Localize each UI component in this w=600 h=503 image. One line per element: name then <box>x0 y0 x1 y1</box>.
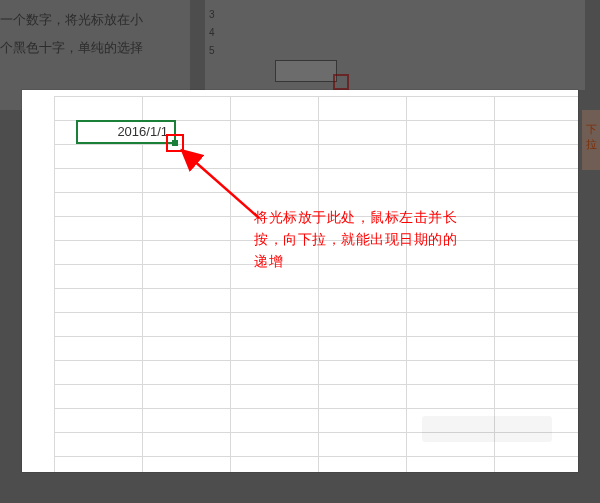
active-cell[interactable]: 2016/1/1 <box>76 120 176 144</box>
bg-article-line: 个黑色十字，单纯的选择 <box>0 34 182 62</box>
bg-right-strip: 下拉 <box>582 110 600 170</box>
bg-spreadsheet-thumbnail: 345 <box>205 0 585 90</box>
spreadsheet-area[interactable]: 2016/1/1 将光标放于此处，鼠标左击并长按，向下拉，就能出现日期的的递增 <box>34 96 578 472</box>
callout-annotation-text: 将光标放于此处，鼠标左击并长按，向下拉，就能出现日期的的递增 <box>254 206 464 272</box>
lightbox-image[interactable]: 2016/1/1 将光标放于此处，鼠标左击并长按，向下拉，就能出现日期的的递增 <box>22 90 578 472</box>
fill-handle[interactable] <box>172 140 178 146</box>
watermark-smudge <box>422 416 552 442</box>
bg-article-line: 一个数字，将光标放在小 <box>0 6 182 34</box>
bg-thumb-row-numbers: 345 <box>209 6 215 60</box>
